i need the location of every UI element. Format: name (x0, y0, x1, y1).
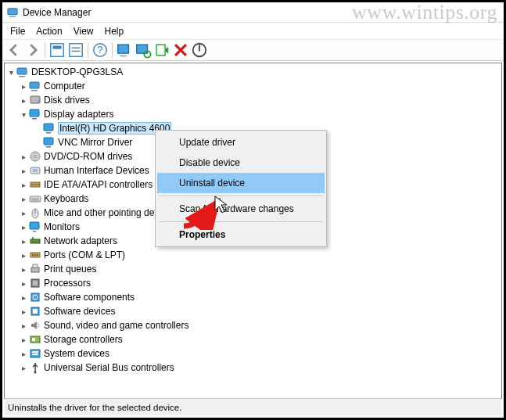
svg-point-44 (34, 254, 36, 256)
svg-rect-24 (46, 132, 51, 134)
titlebar: Device Manager (2, 2, 504, 23)
usb-icon (29, 361, 41, 374)
context-menu-item[interactable]: Uninstall device (157, 173, 325, 193)
help-button[interactable]: ? (92, 41, 109, 59)
system-icon (29, 347, 41, 360)
disable-button[interactable] (191, 41, 208, 59)
disk-icon (29, 94, 41, 106)
svg-rect-18 (31, 90, 38, 92)
tree-item-label: Universal Serial Bus controllers (44, 362, 174, 373)
svg-rect-9 (118, 45, 129, 53)
tree-item-printer[interactable]: ▸Print queues (5, 262, 501, 276)
scan-hardware-button[interactable] (135, 41, 152, 59)
keyboard-icon (29, 192, 41, 205)
tree-item-cpu[interactable]: ▸Processors (5, 276, 501, 290)
svg-rect-55 (32, 338, 35, 341)
context-menu-item[interactable]: Update driver (157, 132, 325, 153)
svg-rect-17 (30, 82, 39, 88)
statusbar: Uninstalls the driver for the selected d… (5, 398, 501, 415)
tree-item-usb[interactable]: ▸Universal Serial Bus controllers (5, 361, 501, 375)
display-icon (43, 122, 56, 135)
tree-item-display[interactable]: ▾Display adapters (5, 107, 501, 121)
menu-file[interactable]: File (5, 25, 30, 38)
expander-icon[interactable] (33, 124, 42, 133)
svg-rect-57 (32, 351, 38, 353)
context-menu-separator (159, 221, 323, 222)
toolbar: ? (2, 39, 504, 61)
context-menu-item[interactable]: Scan for hardware changes (157, 199, 325, 219)
cpu-icon (29, 277, 41, 289)
expander-icon[interactable]: ▸ (19, 307, 28, 316)
uninstall-button[interactable] (172, 41, 189, 59)
printer-icon (29, 263, 41, 275)
tree-item-swcomp[interactable]: ▸Software components (5, 290, 501, 304)
properties-button[interactable] (67, 41, 84, 59)
mouse-icon (29, 206, 41, 219)
computer-icon (29, 80, 41, 92)
expander-icon[interactable]: ▸ (19, 278, 28, 288)
tree-item-label: Computer (44, 81, 85, 92)
tree-item-disk[interactable]: ▸Disk drives (5, 93, 501, 107)
expander-icon[interactable]: ▸ (19, 222, 28, 232)
show-hidden-button[interactable] (48, 41, 66, 59)
tree-item-label: Sound, video and game controllers (44, 320, 188, 331)
tree-item-system[interactable]: ▸System devices (5, 346, 501, 361)
svg-rect-4 (70, 44, 83, 57)
expander-icon[interactable]: ▸ (19, 250, 28, 260)
update-driver-button[interactable] (116, 41, 133, 59)
tree-item-port[interactable]: ▸Ports (COM & LPT) (5, 248, 501, 262)
expander-icon[interactable]: ▸ (19, 194, 28, 203)
tree-item-label: Network adapters (44, 235, 117, 246)
enable-device-button[interactable] (153, 41, 170, 59)
ide-icon (29, 178, 41, 191)
tree-item-label: DESKTOP-QPG3LSA (31, 66, 123, 77)
expander-icon[interactable]: ▸ (19, 180, 28, 189)
expander-icon[interactable]: ▸ (19, 293, 28, 302)
svg-rect-1 (9, 16, 16, 16)
back-button[interactable] (5, 41, 23, 59)
context-menu-item[interactable]: Disable device (157, 153, 325, 173)
expander-icon[interactable]: ▸ (19, 208, 28, 217)
expander-icon[interactable]: ▸ (19, 152, 28, 161)
expander-icon[interactable]: ▸ (19, 321, 28, 330)
svg-rect-23 (44, 124, 53, 131)
cd-icon (29, 150, 41, 163)
svg-rect-53 (33, 309, 38, 314)
window-title: Device Manager (23, 7, 91, 18)
svg-rect-47 (33, 264, 38, 267)
hid-icon (29, 164, 41, 177)
svg-point-28 (34, 156, 37, 158)
tree-item-storage[interactable]: ▸Storage controllers (5, 332, 501, 346)
tree-item-label: Storage controllers (44, 334, 123, 345)
display-icon (29, 108, 41, 120)
expander-icon[interactable]: ▸ (19, 264, 28, 274)
menu-view[interactable]: View (69, 25, 99, 38)
context-menu-item[interactable]: Properties (157, 224, 325, 245)
expander-icon[interactable] (33, 138, 42, 147)
tree-item-label: Display adapters (44, 109, 113, 120)
tree-item-sound[interactable]: ▸Sound, video and game controllers (5, 318, 501, 332)
expander-icon[interactable]: ▸ (19, 166, 28, 175)
expander-icon[interactable]: ▸ (19, 363, 28, 372)
tree-item-computer[interactable]: ▸Computer (5, 79, 501, 93)
tree-item-swdev[interactable]: ▸Software devices (5, 304, 501, 318)
expander-icon[interactable]: ▸ (19, 81, 28, 91)
expander-icon[interactable]: ▸ (19, 349, 28, 358)
swcomp-icon (29, 291, 41, 303)
statusbar-text: Uninstalls the driver for the selected d… (8, 403, 181, 412)
app-icon (7, 7, 18, 18)
expander-icon[interactable]: ▸ (19, 335, 28, 344)
expander-icon[interactable]: ▸ (19, 236, 28, 246)
svg-rect-0 (8, 8, 17, 14)
forward-button[interactable] (24, 41, 41, 59)
svg-rect-22 (32, 118, 37, 120)
expander-icon[interactable]: ▾ (19, 109, 28, 119)
expander-icon[interactable]: ▾ (6, 67, 16, 77)
toolbar-separator (112, 42, 113, 58)
svg-rect-30 (33, 169, 38, 172)
expander-icon[interactable]: ▸ (19, 95, 28, 105)
svg-point-20 (38, 101, 39, 102)
menu-help[interactable]: Help (100, 25, 129, 38)
tree-root[interactable]: ▾DESKTOP-QPG3LSA (5, 65, 501, 79)
menu-action[interactable]: Action (31, 25, 66, 38)
